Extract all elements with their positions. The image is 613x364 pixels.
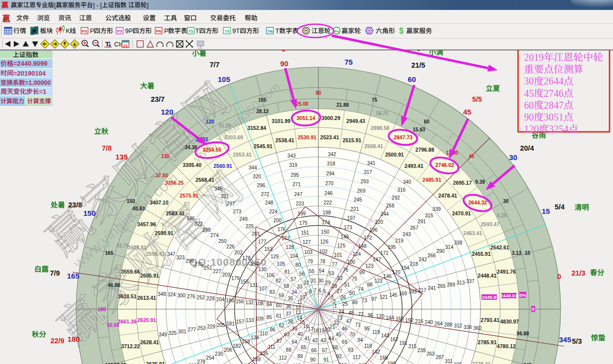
svg-text:2463.41: 2463.41	[463, 230, 482, 236]
svg-text:101: 101	[334, 252, 342, 258]
svg-text:96.88: 96.88	[517, 331, 529, 336]
svg-text:35: 35	[288, 296, 294, 301]
svg-text:204: 204	[216, 297, 224, 302]
svg-text:152: 152	[282, 236, 290, 241]
svg-text:297: 297	[227, 201, 235, 206]
svg-text:320: 320	[253, 174, 261, 179]
svg-text:110: 110	[260, 331, 268, 336]
svg-text:120: 120	[161, 108, 173, 116]
svg-text:75: 75	[372, 97, 378, 103]
svg-text:2793.41: 2793.41	[481, 317, 499, 323]
svg-text:121: 121	[380, 294, 388, 300]
svg-text:15: 15	[542, 207, 550, 215]
svg-text:151: 151	[301, 230, 309, 236]
svg-text:149: 149	[341, 234, 349, 240]
svg-text:90: 90	[524, 112, 534, 122]
svg-text:202: 202	[234, 250, 243, 255]
svg-text:83: 83	[269, 289, 275, 295]
svg-text:Big: Big	[334, 30, 339, 33]
svg-text:26: 26	[341, 295, 347, 300]
svg-text:220: 220	[375, 219, 383, 225]
svg-text:9.38: 9.38	[475, 179, 485, 185]
svg-text:3508.81: 3508.81	[128, 244, 146, 250]
svg-text:343: 343	[287, 153, 296, 159]
svg-text:224: 224	[269, 209, 278, 214]
svg-text:54: 54	[319, 268, 325, 274]
svg-text:150: 150	[83, 209, 95, 217]
svg-text:84: 84	[266, 302, 272, 307]
svg-text:P: P	[164, 27, 169, 35]
svg-text:43: 43	[320, 338, 326, 343]
svg-text:179: 179	[231, 276, 240, 281]
svg-text:60: 60	[424, 119, 430, 124]
svg-text:106: 106	[266, 273, 275, 278]
svg-text:94: 94	[357, 337, 363, 343]
svg-text:2796.88: 2796.88	[415, 147, 434, 153]
svg-text:315: 315	[425, 213, 434, 218]
svg-text:200: 200	[273, 218, 282, 223]
svg-text:2542.61: 2542.61	[490, 244, 509, 250]
svg-text:171: 171	[380, 250, 389, 256]
svg-text:2470.91: 2470.91	[452, 210, 471, 216]
svg-text:342: 342	[328, 152, 336, 157]
svg-text:Cls: Cls	[114, 41, 123, 48]
svg-text:274: 274	[211, 233, 219, 238]
svg-text:325: 325	[169, 330, 177, 336]
svg-text:18: 18	[313, 328, 319, 333]
svg-text:PN: PN	[156, 29, 161, 34]
svg-text:301: 301	[178, 329, 186, 334]
svg-text:132: 132	[245, 300, 254, 305]
svg-text:88: 88	[286, 347, 292, 353]
svg-text:165: 165	[105, 250, 114, 256]
svg-text:105: 105	[218, 75, 230, 83]
svg-text:267: 267	[410, 225, 419, 231]
svg-text:227: 227	[213, 269, 221, 274]
svg-text:248: 248	[265, 200, 273, 205]
svg-text:2628.41: 2628.41	[140, 339, 159, 345]
svg-text:2847.73: 2847.73	[394, 134, 412, 140]
svg-text:4780.12: 4780.12	[497, 343, 516, 349]
svg-text:107: 107	[259, 286, 267, 291]
svg-text:31: 31	[310, 278, 316, 283]
svg-text:190: 190	[388, 361, 396, 364]
svg-text:252: 252	[197, 295, 205, 300]
svg-text:146: 146	[383, 274, 392, 279]
svg-text:67: 67	[322, 348, 328, 353]
svg-text:170: 170	[392, 270, 400, 275]
svg-text:7/9: 7/9	[50, 269, 60, 277]
svg-text:201: 201	[252, 231, 260, 237]
svg-text:2644.32: 2644.32	[468, 200, 487, 205]
svg-text:2491.76: 2491.76	[497, 269, 516, 275]
svg-text:]: ]	[147, 2, 148, 9]
svg-text:294: 294	[326, 171, 335, 176]
svg-text:239: 239	[417, 348, 426, 353]
svg-text:55: 55	[309, 269, 315, 274]
svg-text:319: 319	[289, 162, 298, 168]
svg-text:180: 180	[67, 335, 80, 343]
svg-text:250: 250	[219, 239, 227, 244]
svg-text:28: 28	[332, 283, 338, 289]
svg-text:181: 181	[226, 321, 235, 326]
svg-text:276: 276	[187, 294, 195, 299]
svg-text:37: 37	[286, 311, 292, 317]
svg-text:3051: 3051	[544, 112, 564, 122]
svg-text:22/9: 22/9	[50, 337, 64, 345]
svg-text:21.88: 21.88	[336, 102, 349, 108]
svg-text:240: 240	[425, 320, 433, 325]
svg-text:296: 296	[257, 183, 265, 188]
svg-text:167: 167	[390, 337, 398, 342]
svg-text:216: 216	[415, 319, 424, 324]
svg-text:22: 22	[334, 320, 340, 325]
svg-text:2568.41: 2568.41	[196, 177, 215, 183]
svg-text:120: 120	[524, 123, 539, 134]
svg-text:45: 45	[463, 108, 472, 116]
svg-text:69: 69	[342, 339, 348, 345]
svg-text:156: 156	[236, 299, 244, 304]
svg-text:33: 33	[297, 284, 303, 289]
svg-text:45: 45	[469, 154, 475, 159]
svg-text:104: 104	[290, 253, 298, 259]
svg-text:323: 323	[176, 255, 185, 260]
svg-text:87: 87	[276, 338, 282, 344]
svg-text:312: 312	[454, 323, 462, 328]
svg-text:2523.41: 2523.41	[320, 134, 339, 140]
